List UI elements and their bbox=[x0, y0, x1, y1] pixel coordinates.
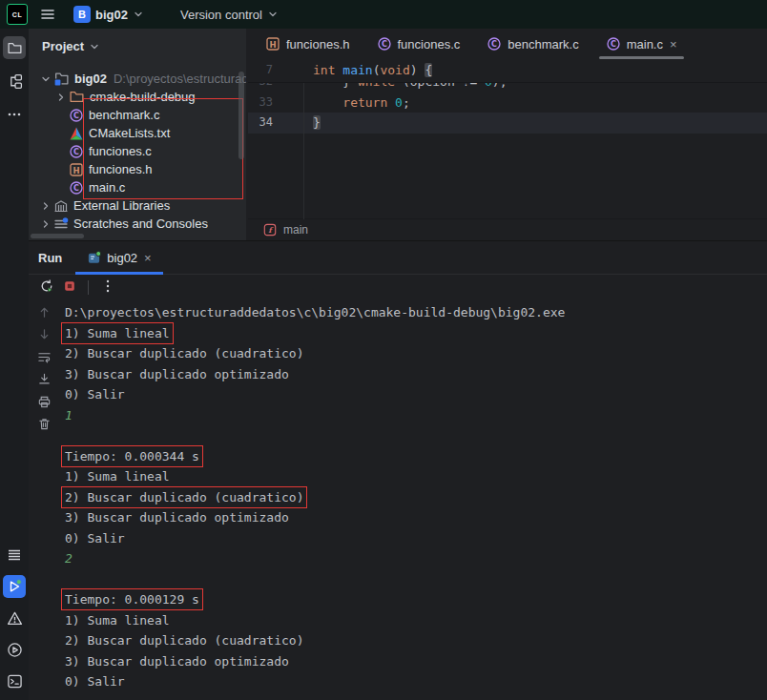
chevron-right-icon bbox=[40, 200, 52, 212]
arrow-up-icon bbox=[37, 303, 52, 320]
project-tool-button[interactable] bbox=[3, 36, 26, 59]
soft-wrap-button[interactable] bbox=[37, 348, 52, 367]
terminal-tool-button[interactable] bbox=[3, 669, 26, 692]
close-icon[interactable]: × bbox=[144, 251, 152, 265]
svg-text:H: H bbox=[73, 165, 79, 175]
run-panel-title: Run bbox=[38, 251, 62, 265]
close-icon[interactable]: × bbox=[670, 37, 677, 51]
more-icon bbox=[7, 107, 22, 122]
breadcrumb-item[interactable]: main bbox=[283, 223, 308, 237]
commit-icon bbox=[7, 73, 23, 90]
rerun-button[interactable] bbox=[39, 278, 54, 297]
hamburger-menu-icon[interactable] bbox=[40, 7, 55, 22]
run-tab-big02[interactable]: big02 × bbox=[75, 241, 162, 274]
run-tool-window: Run big02 × D:\proyectos\estructuraddeda… bbox=[29, 240, 767, 700]
console-line: 2 bbox=[65, 548, 767, 569]
tree-item-funciones-h[interactable]: Hfunciones.h bbox=[29, 160, 246, 178]
editor-tab-benchmark-c[interactable]: Cbenchmark.c bbox=[473, 29, 591, 59]
stop-button[interactable] bbox=[63, 279, 76, 296]
console-line: 2) Buscar duplicado (cuadratico) bbox=[65, 487, 767, 508]
project-vertical-scrollbar[interactable] bbox=[238, 72, 244, 159]
scratches-icon bbox=[53, 216, 69, 232]
chevron-down-icon bbox=[267, 9, 279, 20]
services-tool-button[interactable] bbox=[3, 638, 26, 661]
problems-icon bbox=[7, 610, 23, 627]
services-icon bbox=[7, 642, 23, 658]
chevron-down-icon bbox=[40, 73, 52, 85]
scroll-to-end-button[interactable] bbox=[37, 371, 52, 390]
scroll-up-button[interactable] bbox=[37, 303, 52, 322]
project-tree: big02D:\proyectos\estructuraddedatcmake-… bbox=[29, 70, 246, 233]
editor-tab-funciones-c[interactable]: Cfunciones.c bbox=[363, 29, 474, 59]
scroll-down-button[interactable] bbox=[37, 326, 52, 345]
chevron-down-icon bbox=[89, 41, 100, 52]
folder-icon bbox=[7, 40, 23, 56]
tree-item-benchmark-c[interactable]: Cbenchmark.c bbox=[29, 106, 246, 124]
main-toolbar: CL B big02 Version control bbox=[0, 0, 767, 29]
run-tab-bar: Run big02 × bbox=[29, 241, 767, 275]
tool-window-stripe bbox=[0, 29, 29, 700]
tree-item-cmakelists-txt[interactable]: CMakeLists.txt bbox=[29, 124, 246, 142]
console[interactable]: D:\proyectos\estructuraddedatos\c\big02\… bbox=[29, 299, 767, 700]
c-file-icon: C bbox=[69, 144, 84, 159]
scroll-end-icon bbox=[37, 371, 52, 388]
tree-item-big02[interactable]: big02D:\proyectos\estructuraddedat bbox=[29, 70, 246, 88]
run-tool-button[interactable] bbox=[3, 575, 26, 598]
editor-tab-funciones-h[interactable]: Hfunciones.h bbox=[252, 29, 363, 59]
arrow-down-icon bbox=[37, 326, 52, 343]
tree-item-cmake-build-debug[interactable]: cmake-build-debug bbox=[29, 88, 246, 106]
console-line: 1) Suma lineal bbox=[65, 466, 767, 487]
problems-tool-button[interactable] bbox=[3, 607, 26, 629]
c-file-icon: C bbox=[606, 36, 621, 51]
console-line: D:\proyectos\estructuraddedatos\c\big02\… bbox=[65, 302, 767, 323]
kebab-icon bbox=[100, 278, 115, 294]
svg-text:C: C bbox=[611, 40, 616, 49]
vcs-widget-button[interactable]: Version control bbox=[174, 5, 285, 25]
tree-item-scratches-and-consoles[interactable]: Scratches and Consoles bbox=[29, 215, 246, 233]
c-file-icon: C bbox=[377, 36, 392, 51]
console-line: Tiempo: 0.000129 s bbox=[65, 589, 767, 610]
c-file-icon: C bbox=[487, 36, 502, 51]
left-toolbar-bottom bbox=[3, 544, 26, 700]
tree-item-external-libraries[interactable]: External Libraries bbox=[29, 196, 246, 215]
print-button[interactable] bbox=[37, 393, 52, 412]
toolbar-separator bbox=[88, 280, 89, 295]
code-editor[interactable]: 32 } while (opcion != 0);33 return 0;34}… bbox=[248, 59, 767, 219]
console-line: 1) Suma lineal bbox=[65, 610, 767, 631]
code-line: } bbox=[313, 113, 321, 134]
svg-text:C: C bbox=[491, 40, 497, 49]
run-play-icon bbox=[7, 579, 22, 594]
more-options-button[interactable] bbox=[100, 278, 115, 297]
run-tab-label: big02 bbox=[107, 251, 137, 265]
project-folder-icon bbox=[53, 71, 70, 87]
more-tools-button[interactable] bbox=[3, 103, 26, 126]
todo-tool-button[interactable] bbox=[3, 544, 26, 566]
tree-item-funciones-c[interactable]: Cfunciones.c bbox=[29, 142, 246, 160]
console-line: 2) Buscar duplicado (cuadratico) bbox=[65, 630, 767, 651]
project-widget-button[interactable]: B big02 bbox=[67, 3, 151, 26]
chevron-right-icon bbox=[55, 92, 67, 103]
console-line: 3) Buscar duplicado optimizado bbox=[65, 507, 767, 528]
project-path: D:\proyectos\estructuraddedat bbox=[114, 72, 246, 86]
h-file-icon: H bbox=[69, 162, 84, 177]
tree-item-main-c[interactable]: Cmain.c bbox=[29, 178, 246, 196]
clear-icon bbox=[37, 416, 52, 433]
editor-tab-main-c[interactable]: Cmain.c× bbox=[592, 29, 691, 59]
svg-text:C: C bbox=[73, 184, 79, 193]
c-file-icon: C bbox=[69, 180, 84, 196]
line-number: 34 bbox=[248, 113, 273, 134]
print-icon bbox=[37, 393, 52, 410]
run-console-icon bbox=[87, 251, 101, 265]
commit-tool-button[interactable] bbox=[3, 70, 26, 93]
project-panel-header[interactable]: Project bbox=[29, 29, 246, 53]
cmake-icon bbox=[69, 126, 84, 141]
function-icon: f bbox=[263, 223, 277, 237]
svg-text:H: H bbox=[269, 40, 276, 50]
console-line: 1) Suma lineal bbox=[65, 323, 767, 344]
console-line: Tiempo: 0.000344 s bbox=[65, 446, 767, 467]
editor-area: Hfunciones.hCfunciones.cCbenchmark.cCmai… bbox=[248, 29, 767, 240]
console-line: 3) Buscar duplicado optimizado bbox=[65, 651, 767, 672]
clear-all-button[interactable] bbox=[37, 416, 52, 435]
project-horizontal-scrollbar[interactable] bbox=[31, 234, 84, 238]
run-toolbar bbox=[29, 275, 767, 299]
